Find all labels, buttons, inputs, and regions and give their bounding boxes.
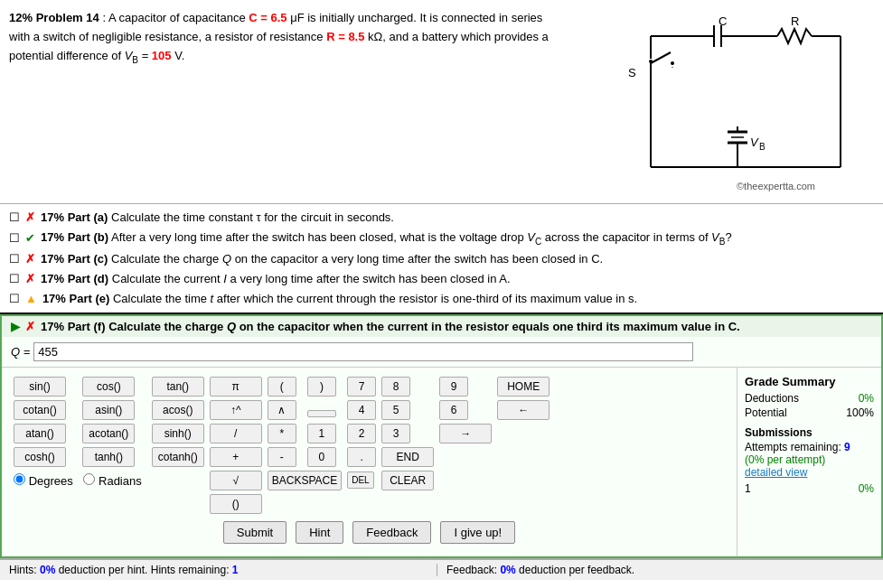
detail-link[interactable]: detailed view: [745, 466, 874, 479]
calc-table: sin() cos() tan() π ( ) 7 8 9 HOME cotan…: [11, 375, 552, 516]
btn-sqrt[interactable]: √: [210, 471, 262, 490]
potential-row: Potential 100%: [745, 406, 874, 419]
deductions-val: 0%: [859, 392, 874, 405]
deductions-row: Deductions 0%: [745, 392, 874, 405]
degrees-radio-container[interactable]: Degrees: [14, 474, 76, 488]
btn-end[interactable]: END: [381, 447, 434, 467]
per-attempt: (0% per attempt): [745, 453, 874, 466]
btn-cotan[interactable]: cotan(): [14, 400, 66, 420]
vb-unit: V.: [174, 49, 184, 62]
btn-caret[interactable]: ∧: [268, 400, 296, 420]
btn-acotan[interactable]: acotan(): [82, 424, 135, 443]
btn-tanh[interactable]: tanh(): [82, 447, 135, 467]
circuit-diagram: C R: [551, 9, 859, 199]
radians-radio[interactable]: [83, 473, 95, 485]
btn-0[interactable]: 0: [307, 447, 336, 467]
grade-title: Grade Summary: [745, 375, 874, 388]
part-a-checkbox: ☐: [9, 208, 20, 228]
btn-divide[interactable]: /: [210, 424, 262, 443]
btn-plus[interactable]: +: [210, 447, 262, 467]
btn-acos[interactable]: acos(): [152, 400, 204, 420]
btn-tan[interactable]: tan(): [152, 377, 204, 397]
btn-6[interactable]: 6: [439, 400, 468, 420]
problem-label: Problem: [36, 11, 87, 24]
btn-dot[interactable]: .: [347, 447, 376, 467]
calc-row-4: cosh() tanh() cotanh() + - 0 . END: [11, 445, 552, 469]
sub-num: 1: [745, 482, 751, 495]
btn-sin[interactable]: sin(): [14, 377, 66, 397]
btn-2[interactable]: 2: [347, 424, 376, 443]
degrees-radio[interactable]: [14, 473, 25, 485]
btn-4[interactable]: 4: [347, 400, 376, 420]
btn-8[interactable]: 8: [381, 377, 410, 397]
btn-open-paren[interactable]: (: [268, 377, 296, 397]
feedback-button[interactable]: Feedback: [352, 521, 431, 544]
btn-power[interactable]: ↑^: [210, 400, 262, 420]
attempts-val: 9: [844, 441, 850, 453]
circuit-svg: C R: [560, 9, 850, 199]
hints-bar: Hints: 0% deduction per hint. Hints rema…: [0, 558, 883, 580]
btn-clear[interactable]: CLEAR: [381, 471, 434, 490]
radians-radio-container[interactable]: Radians: [83, 474, 141, 488]
part-f-arrow: ▶: [11, 320, 20, 333]
btn-7[interactable]: 7: [347, 377, 376, 397]
sub-row: 1 0%: [745, 482, 874, 495]
part-a-label: 17% Part (a) Calculate the time constant…: [41, 208, 394, 228]
attempts-row: Attempts remaining: 9: [745, 441, 874, 453]
btn-atan[interactable]: atan(): [14, 424, 66, 443]
submissions-title: Submissions: [745, 426, 874, 439]
btn-parens[interactable]: (): [210, 494, 262, 514]
degrees-label: Degrees: [29, 474, 73, 488]
btn-3[interactable]: 3: [381, 424, 410, 443]
part-c: ☐ ✗ 17% Part (c) Calculate the charge Q …: [9, 249, 874, 269]
part-c-label: 17% Part (c) Calculate the charge Q on t…: [41, 249, 603, 269]
btn-sinh[interactable]: sinh(): [152, 424, 204, 443]
part-c-status-icon: ✗: [25, 249, 35, 269]
submit-button[interactable]: Submit: [223, 521, 287, 544]
calc-row-1: sin() cos() tan() π ( ) 7 8 9 HOME: [11, 375, 552, 398]
part-f-status-icon: ✗: [25, 320, 35, 333]
calc-row-6: (): [11, 492, 552, 516]
btn-del[interactable]: DEL: [347, 471, 373, 489]
radians-label: Radians: [99, 474, 142, 488]
btn-pi[interactable]: π: [210, 377, 262, 397]
btn-forward-arrow[interactable]: →: [439, 424, 492, 443]
part-f-section: ▶ ✗ 17% Part (f) Calculate the charge Q …: [0, 314, 883, 558]
part-b: ☐ ✔ 17% Part (b) After a very long time …: [9, 228, 874, 249]
problem-percent: 12%: [9, 11, 33, 24]
btn-5[interactable]: 5: [381, 400, 410, 420]
btn-home[interactable]: HOME: [497, 377, 550, 397]
hints-pct: 0%: [40, 564, 55, 576]
btn-multiply[interactable]: *: [268, 424, 296, 443]
feedback-pct: 0%: [500, 564, 515, 576]
sub-pct: 0%: [859, 482, 874, 495]
btn-cos[interactable]: cos(): [82, 377, 135, 397]
give-up-button[interactable]: I give up!: [440, 521, 515, 544]
calc-grade-row: sin() cos() tan() π ( ) 7 8 9 HOME cotan…: [2, 368, 881, 556]
part-c-checkbox: ☐: [9, 249, 20, 269]
btn-close-paren[interactable]: ): [307, 377, 336, 397]
potential-val: 100%: [846, 406, 874, 419]
problem-text: 12% Problem 14 : A capacitor of capacita…: [9, 9, 551, 199]
part-f-label: 17% Part (f) Calculate the charge Q on t…: [41, 320, 740, 333]
main-container: 12% Problem 14 : A capacitor of capacita…: [0, 0, 883, 580]
part-d-checkbox: ☐: [9, 269, 20, 289]
hint-button[interactable]: Hint: [296, 521, 343, 544]
svg-line-12: [651, 52, 671, 63]
input-label: Q =: [11, 345, 30, 359]
svg-text:B: B: [759, 142, 766, 152]
btn-9[interactable]: 9: [439, 377, 468, 397]
answer-input[interactable]: 455: [33, 342, 693, 361]
svg-text:V: V: [750, 135, 759, 149]
problem-text-before: : A capacitor of capacitance: [102, 11, 249, 24]
btn-backspace-arrow[interactable]: ←: [497, 400, 550, 420]
btn-backspace[interactable]: BACKSPACE: [268, 471, 342, 490]
btn-cotanh[interactable]: cotanh(): [152, 447, 204, 467]
btn-asin[interactable]: asin(): [82, 400, 135, 420]
btn-1[interactable]: 1: [307, 424, 336, 443]
calc-row-5: Degrees Radians √ BACKSPACE DEL CLEAR: [11, 469, 552, 492]
part-e-label: 17% Part (e) Calculate the time t after …: [42, 289, 637, 309]
btn-minus[interactable]: -: [268, 447, 296, 467]
btn-cosh[interactable]: cosh(): [14, 447, 66, 467]
svg-text:©theexpertta.com: ©theexpertta.com: [737, 181, 815, 191]
